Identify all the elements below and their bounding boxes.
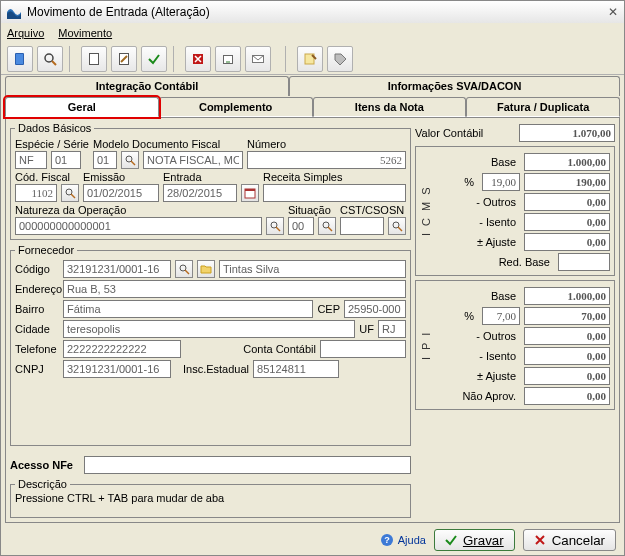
legend-descricao: Descrição — [15, 478, 70, 490]
group-ipi: I P I Base % - Outros - Isento ± Ajuste … — [415, 280, 615, 410]
field-telefone[interactable] — [63, 340, 181, 358]
field-acesso-nfe[interactable] — [84, 456, 411, 474]
confirm-button[interactable] — [141, 46, 167, 72]
titlebar: Movimento de Entrada (Alteração) ✕ — [1, 1, 624, 23]
new-button[interactable] — [81, 46, 107, 72]
field-conta[interactable] — [320, 340, 406, 358]
field-icms-pct-val[interactable] — [524, 173, 610, 191]
field-ipi-ajuste[interactable] — [524, 367, 610, 385]
lookup-natureza-button[interactable] — [266, 217, 284, 235]
tab-integracao-contabil[interactable]: Integração Contábil — [5, 76, 289, 96]
field-ie[interactable] — [253, 360, 339, 378]
calendar-entrada-button[interactable] — [241, 184, 259, 202]
field-modelo-cod[interactable] — [93, 151, 117, 169]
svg-text:?: ? — [384, 535, 390, 545]
field-cnpj[interactable] — [63, 360, 171, 378]
lbl-conta: Conta Contábil — [243, 343, 316, 355]
tab-info-sva-dacon[interactable]: Informações SVA/DACON — [289, 76, 620, 96]
lbl-icms-isento: - Isento — [479, 216, 520, 228]
field-icms-base[interactable] — [524, 153, 610, 171]
search-icon — [64, 187, 76, 199]
field-numero[interactable] — [247, 151, 406, 169]
field-valor-contabil[interactable] — [519, 124, 615, 142]
field-entrada[interactable] — [163, 184, 237, 202]
lookup-situacao-button[interactable] — [318, 217, 336, 235]
field-ipi-pct[interactable] — [482, 307, 520, 325]
svg-line-3 — [52, 61, 56, 65]
delete-button[interactable] — [185, 46, 211, 72]
field-icms-redbase[interactable] — [558, 253, 610, 271]
field-modelo-desc[interactable] — [143, 151, 243, 169]
menu-movimento[interactable]: Movimento — [58, 27, 112, 39]
open-folder-button[interactable] — [197, 260, 215, 278]
mail-button[interactable] — [245, 46, 271, 72]
search-icon — [178, 263, 190, 275]
mail-icon — [251, 52, 265, 66]
pencil-icon — [117, 52, 131, 66]
field-receita[interactable] — [263, 184, 406, 202]
field-especie[interactable] — [15, 151, 47, 169]
lbl-cnpj: CNPJ — [15, 363, 59, 375]
tab-geral[interactable]: Geral — [5, 97, 159, 117]
page-icon — [87, 52, 101, 66]
search-icon — [269, 220, 281, 232]
field-uf[interactable] — [378, 320, 406, 338]
field-icms-outros[interactable] — [524, 193, 610, 211]
export-button[interactable] — [215, 46, 241, 72]
tab-itens-da-nota[interactable]: Itens da Nota — [313, 97, 467, 117]
menubar: Arquivo Movimento — [1, 23, 624, 43]
search-button[interactable] — [37, 46, 63, 72]
calendar-icon — [244, 187, 256, 199]
field-cep[interactable] — [344, 300, 406, 318]
notes-button[interactable] — [297, 46, 323, 72]
lbl-ipi-base: Base — [491, 290, 520, 302]
field-ipi-isento[interactable] — [524, 347, 610, 365]
gravar-button[interactable]: Gravar — [434, 529, 515, 551]
edit-button[interactable] — [111, 46, 137, 72]
field-serie[interactable] — [51, 151, 81, 169]
field-ipi-outros[interactable] — [524, 327, 610, 345]
field-cst[interactable] — [340, 217, 384, 235]
field-ipi-base[interactable] — [524, 287, 610, 305]
lookup-cst-button[interactable] — [388, 217, 406, 235]
lbl-icms-pct: % — [464, 176, 478, 188]
lbl-especie-serie: Espécie / Série — [15, 138, 89, 150]
tab-fatura-duplicata[interactable]: Fatura / Duplicata — [466, 97, 620, 117]
field-endereco[interactable] — [63, 280, 406, 298]
field-codfiscal[interactable] — [15, 184, 57, 202]
svg-line-23 — [185, 270, 189, 274]
field-codigo[interactable] — [63, 260, 171, 278]
field-situacao[interactable] — [288, 217, 314, 235]
field-ipi-pct-val[interactable] — [524, 307, 610, 325]
tab-complemento[interactable]: Complemento — [159, 97, 313, 117]
lbl-situacao: Situação — [288, 204, 336, 216]
field-natureza[interactable] — [15, 217, 262, 235]
lbl-icms-ajuste: ± Ajuste — [477, 236, 520, 248]
app-icon — [7, 5, 21, 19]
field-cidade[interactable] — [63, 320, 355, 338]
lookup-modelo-button[interactable] — [121, 151, 139, 169]
lookup-codigo-button[interactable] — [175, 260, 193, 278]
x-icon — [534, 534, 546, 546]
lbl-icms-outros: - Outros — [476, 196, 520, 208]
lbl-cep: CEP — [317, 303, 340, 315]
field-bairro[interactable] — [63, 300, 313, 318]
field-icms-ajuste[interactable] — [524, 233, 610, 251]
window-title: Movimento de Entrada (Alteração) — [27, 5, 602, 19]
help-link[interactable]: ? Ajuda — [380, 533, 426, 547]
field-ipi-naoaprov[interactable] — [524, 387, 610, 405]
close-icon[interactable]: ✕ — [602, 5, 618, 19]
field-fornecedor-nome[interactable] — [219, 260, 406, 278]
field-icms-pct[interactable] — [482, 173, 520, 191]
search-icon — [43, 52, 57, 66]
tag-button[interactable] — [327, 46, 353, 72]
lbl-telefone: Telefone — [15, 343, 59, 355]
cancelar-button[interactable]: Cancelar — [523, 529, 616, 551]
tag-ipi: I P I — [420, 285, 432, 405]
field-emissao[interactable] — [83, 184, 159, 202]
nav-first-button[interactable] — [7, 46, 33, 72]
menu-arquivo[interactable]: Arquivo — [7, 27, 44, 39]
field-icms-isento[interactable] — [524, 213, 610, 231]
lookup-codfiscal-button[interactable] — [61, 184, 79, 202]
search-icon — [321, 220, 333, 232]
